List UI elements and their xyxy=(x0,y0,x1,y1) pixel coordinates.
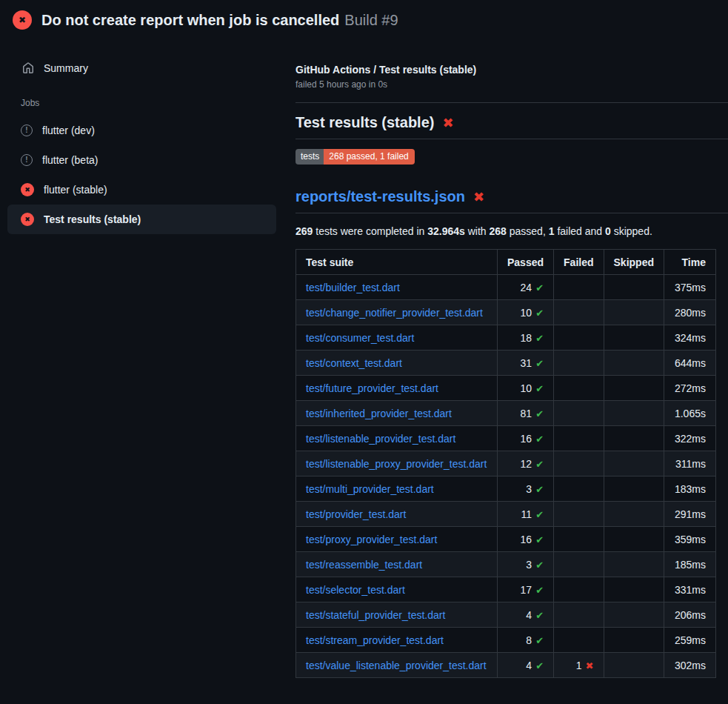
test-suite-link[interactable]: test/future_provider_test.dart xyxy=(306,382,438,394)
failed-count: 1 xyxy=(549,225,555,237)
report-heading: reports/test-results.json ✖ xyxy=(295,188,728,213)
sidebar-item-label: flutter (dev) xyxy=(42,124,95,136)
test-suite-cell: test/selector_test.dart xyxy=(296,577,498,602)
passed-cell: 16✔ xyxy=(498,527,554,552)
sidebar-item-flutter-dev[interactable]: !flutter (dev) xyxy=(7,116,276,145)
sidebar-item-label: flutter (stable) xyxy=(44,184,107,196)
passed-cell: 18✔ xyxy=(498,325,554,351)
table-row: test/builder_test.dart24✔375ms xyxy=(296,275,716,300)
test-suite-link[interactable]: test/reassemble_test.dart xyxy=(306,559,422,571)
build-failed-icon: ✖ xyxy=(13,10,32,30)
failed-cell xyxy=(554,552,604,577)
test-suite-cell: test/builder_test.dart xyxy=(296,275,498,300)
sidebar-item-summary[interactable]: Summary xyxy=(0,55,284,82)
passed-cell: 11✔ xyxy=(498,502,554,527)
time-cell: 206ms xyxy=(664,602,715,628)
test-suite-link[interactable]: test/listenable_proxy_provider_test.dart xyxy=(306,458,487,470)
failed-x-icon: ✖ xyxy=(442,115,453,131)
cancelled-status-icon: ! xyxy=(21,154,33,166)
results-table-body: test/builder_test.dart24✔375mstest/chang… xyxy=(296,275,716,678)
test-suite-cell: test/reassemble_test.dart xyxy=(296,552,498,577)
summary-text: tests were completed in xyxy=(313,225,427,237)
table-row: test/proxy_provider_test.dart16✔359ms xyxy=(296,527,716,552)
job-status-line: failed 5 hours ago in 0s xyxy=(295,79,728,90)
test-suite-link[interactable]: test/listenable_provider_test.dart xyxy=(306,433,455,445)
test-suite-cell: test/multi_provider_test.dart xyxy=(296,476,498,502)
test-suite-link[interactable]: test/provider_test.dart xyxy=(306,508,406,520)
passed-cell: 4✔ xyxy=(498,602,554,628)
skipped-cell xyxy=(604,426,664,451)
badge-row: tests 268 passed, 1 failed xyxy=(295,149,728,165)
failed-cell xyxy=(554,401,604,426)
summary-text: with xyxy=(465,225,490,237)
test-suite-link[interactable]: test/context_test.dart xyxy=(306,357,402,369)
test-suite-link[interactable]: test/builder_test.dart xyxy=(306,282,400,293)
check-icon: ✔ xyxy=(535,534,544,545)
skipped-cell xyxy=(604,401,664,426)
failed-cell xyxy=(554,275,604,300)
passed-cell: 24✔ xyxy=(498,275,554,300)
test-suite-cell: test/consumer_test.dart xyxy=(296,325,498,351)
passed-cell: 31✔ xyxy=(498,351,554,376)
skipped-cell xyxy=(604,653,664,678)
column-header-test-suite: Test suite xyxy=(296,250,498,275)
table-row: test/listenable_provider_test.dart16✔322… xyxy=(296,426,716,451)
time-cell: 272ms xyxy=(664,376,715,401)
table-row: test/provider_test.dart11✔291ms xyxy=(296,502,716,527)
table-header-row: Test suite Passed Failed Skipped Time xyxy=(296,250,716,275)
badge-label: tests xyxy=(295,149,324,165)
test-suite-link[interactable]: test/multi_provider_test.dart xyxy=(306,483,434,495)
table-row: test/multi_provider_test.dart3✔183ms xyxy=(296,476,716,502)
table-row: test/inherited_provider_test.dart81✔1.06… xyxy=(296,401,716,426)
jobs-section-label: Jobs xyxy=(0,98,284,108)
test-suite-cell: test/stateful_provider_test.dart xyxy=(296,602,498,628)
check-icon: ✔ xyxy=(535,459,544,470)
passed-cell: 12✔ xyxy=(498,451,554,476)
passed-cell: 10✔ xyxy=(498,300,554,325)
check-icon: ✔ xyxy=(535,484,544,495)
failed-cell: 1✖ xyxy=(554,653,604,678)
check-icon: ✔ xyxy=(535,660,544,671)
failed-cell xyxy=(554,476,604,502)
test-suite-link[interactable]: test/inherited_provider_test.dart xyxy=(306,408,452,419)
check-icon: ✔ xyxy=(535,308,544,319)
test-suite-cell: test/change_notifier_provider_test.dart xyxy=(296,300,498,325)
failed-cell xyxy=(554,376,604,401)
test-suite-link[interactable]: test/stateful_provider_test.dart xyxy=(306,609,445,621)
table-row: test/change_notifier_provider_test.dart1… xyxy=(296,300,716,325)
failed-cell xyxy=(554,527,604,552)
time-cell: 302ms xyxy=(664,653,715,678)
badge-value: 268 passed, 1 failed xyxy=(324,149,414,165)
skipped-cell xyxy=(604,376,664,401)
failed-cell xyxy=(554,351,604,376)
skipped-cell xyxy=(604,577,664,602)
passed-count: 268 xyxy=(490,225,507,237)
skipped-cell xyxy=(604,351,664,376)
sidebar-item-test-results-stable[interactable]: ✖Test results (stable) xyxy=(7,205,276,234)
skipped-cell xyxy=(604,628,664,653)
failed-cell xyxy=(554,325,604,351)
test-suite-cell: test/inherited_provider_test.dart xyxy=(296,401,498,426)
build-title: Do not create report when job is cancell… xyxy=(41,12,339,29)
sidebar-item-flutter-stable[interactable]: ✖flutter (stable) xyxy=(7,175,276,205)
total-count: 269 xyxy=(295,225,313,237)
test-suite-link[interactable]: test/change_notifier_provider_test.dart xyxy=(306,307,483,319)
passed-cell: 16✔ xyxy=(498,426,554,451)
home-icon xyxy=(22,62,34,74)
time-cell: 280ms xyxy=(664,300,715,325)
check-icon: ✔ xyxy=(535,434,544,445)
main-content: GitHub Actions / Test results (stable) f… xyxy=(284,36,728,678)
test-suite-link[interactable]: test/stream_provider_test.dart xyxy=(306,634,444,646)
test-suite-link[interactable]: test/selector_test.dart xyxy=(306,584,405,596)
report-link[interactable]: reports/test-results.json xyxy=(295,188,465,205)
test-suite-link[interactable]: test/consumer_test.dart xyxy=(306,332,414,344)
test-suite-link[interactable]: test/proxy_provider_test.dart xyxy=(306,534,437,545)
time-cell: 644ms xyxy=(664,351,715,376)
cross-icon: ✖ xyxy=(586,660,594,671)
time-cell: 185ms xyxy=(664,552,715,577)
test-suite-link[interactable]: test/value_listenable_provider_test.dart xyxy=(306,660,487,671)
test-suite-cell: test/listenable_provider_test.dart xyxy=(296,426,498,451)
failed-cell xyxy=(554,426,604,451)
sidebar-item-flutter-beta[interactable]: !flutter (beta) xyxy=(7,145,276,175)
failed-status-icon: ✖ xyxy=(21,213,34,226)
